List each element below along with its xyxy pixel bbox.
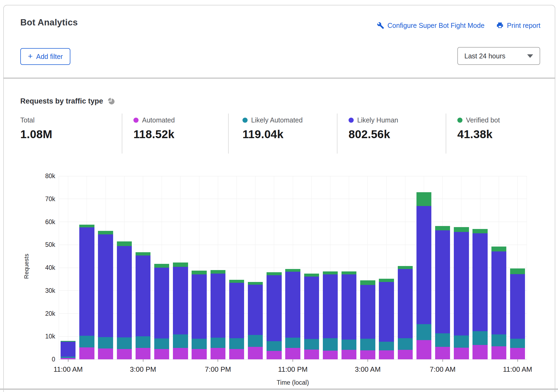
bar-segment-automated	[267, 351, 281, 359]
bar-segment-likely-automated	[117, 337, 132, 349]
bar-segment-likely-automated	[154, 338, 169, 349]
chevron-down-icon	[527, 54, 533, 58]
bar-segment-likely-automated	[323, 338, 338, 351]
bar-segment-likely-automated	[379, 342, 394, 350]
bar-segment-likely-automated	[173, 334, 188, 348]
y-tick-label: 40k	[25, 264, 55, 271]
bar-segment-likely-automated	[398, 338, 413, 350]
bar-segment-likely-automated	[342, 340, 356, 350]
bar-segment-verified-bot	[79, 225, 94, 227]
bar-segment-verified-bot	[98, 231, 113, 234]
gridline-x	[68, 176, 68, 359]
x-tick-label: 3:00 PM	[113, 365, 173, 374]
bar-segment-verified-bot	[61, 341, 76, 342]
bar-segment-verified-bot	[211, 270, 225, 274]
bar-segment-automated	[117, 349, 132, 359]
bar-segment-verified-bot	[285, 269, 300, 272]
bar-segment-verified-bot	[248, 282, 263, 285]
bar-segment-verified-bot	[154, 264, 169, 268]
add-filter-button[interactable]: + Add filter	[20, 48, 70, 65]
bar-segment-automated	[98, 348, 113, 359]
printer-icon	[496, 22, 504, 29]
bar-segment-verified-bot	[416, 192, 431, 206]
bar-segment-likely-automated	[491, 334, 506, 346]
stat-verified-bot-value: 41.38k	[457, 128, 500, 141]
stat-automated-label: Automated	[133, 116, 175, 124]
bot-analytics-card: Bot Analytics Configure Super Bot Fight …	[3, 5, 555, 392]
bar-segment-likely-human	[248, 285, 263, 335]
bar-segment-automated	[229, 349, 244, 359]
x-tick-mark	[517, 359, 518, 362]
y-tick-label: 80k	[25, 172, 55, 180]
x-tick-mark	[367, 359, 368, 362]
bar-segment-likely-automated	[229, 338, 244, 349]
bar-segment-likely-automated	[416, 324, 431, 340]
stat-likely-human-label: Likely Human	[349, 116, 398, 124]
wrench-icon	[377, 22, 384, 29]
requests-by-traffic-type-chart	[59, 176, 527, 359]
bar-segment-verified-bot	[173, 263, 188, 267]
x-tick-label: 11:00 PM	[263, 365, 323, 374]
bar-segment-verified-bot	[323, 271, 338, 274]
bar-segment-automated	[510, 348, 525, 359]
print-link-label: Print report	[507, 22, 540, 29]
bar-segment-likely-human	[510, 274, 525, 339]
bar-segment-verified-bot	[267, 272, 281, 275]
x-axis-title: Time (local)	[263, 379, 323, 386]
bar-segment-verified-bot	[304, 274, 319, 277]
x-tick-label: 11:00 AM	[488, 365, 547, 374]
bar-segment-likely-human	[211, 274, 225, 338]
bar-segment-automated	[491, 346, 506, 359]
bar-segment-likely-automated	[454, 335, 469, 348]
y-tick-label: 0	[25, 356, 55, 363]
bar-segment-likely-automated	[304, 339, 319, 349]
bar-segment-likely-human	[192, 274, 206, 338]
bar-segment-likely-automated	[136, 336, 150, 348]
bar-segment-likely-human	[472, 233, 487, 331]
bar-segment-likely-human	[379, 282, 394, 341]
x-tick-label: 7:00 PM	[188, 365, 248, 374]
bar-segment-likely-human	[173, 267, 188, 334]
bar-segment-automated	[173, 348, 188, 359]
bar-segment-likely-automated	[435, 333, 450, 347]
bar-segment-likely-human	[61, 342, 76, 357]
x-tick-label: 7:00 AM	[413, 365, 472, 374]
bar-segment-verified-bot	[472, 229, 487, 233]
plus-icon: +	[28, 52, 33, 60]
print-report-link[interactable]: Print report	[496, 22, 540, 29]
y-tick-label: 10k	[25, 333, 55, 340]
stat-likely-human-value: 802.56k	[349, 128, 398, 141]
x-tick-label: 11:00 AM	[38, 365, 98, 374]
configure-super-bot-fight-mode-link[interactable]: Configure Super Bot Fight Mode	[377, 22, 485, 29]
gridline-x	[527, 176, 527, 359]
bar-segment-likely-human	[98, 234, 113, 337]
page-title: Bot Analytics	[20, 17, 78, 28]
bar-segment-likely-automated	[267, 341, 281, 351]
bar-segment-automated	[342, 350, 356, 359]
bar-segment-verified-bot	[342, 271, 356, 274]
stat-divider	[446, 114, 446, 154]
bar-segment-likely-automated	[510, 339, 525, 348]
stat-divider	[337, 114, 337, 154]
bar-segment-likely-automated	[285, 338, 300, 348]
stat-automated: Automated 118.52k	[133, 116, 175, 141]
bar-segment-likely-human	[267, 275, 281, 341]
x-tick-mark	[68, 359, 68, 362]
bar-segment-likely-automated	[98, 337, 113, 348]
stat-total: Total 1.08M	[20, 116, 52, 141]
y-tick-label: 50k	[25, 241, 55, 248]
time-range-select[interactable]: Last 24 hours	[457, 47, 540, 65]
bar-segment-likely-automated	[248, 335, 263, 347]
verified-bot-legend-dot-icon	[457, 118, 462, 123]
automated-legend-dot-icon	[133, 118, 139, 123]
y-tick-label: 20k	[25, 310, 55, 317]
header-links: Configure Super Bot Fight Mode Print rep…	[377, 22, 540, 29]
bar-segment-likely-human	[342, 274, 356, 340]
bar-segment-likely-automated	[192, 339, 206, 349]
configure-link-label: Configure Super Bot Fight Mode	[388, 22, 485, 29]
bar-segment-automated	[360, 350, 375, 359]
bar-segment-likely-human	[398, 269, 413, 338]
bar-segment-verified-bot	[398, 266, 413, 269]
bar-segment-automated	[248, 347, 263, 359]
x-tick-mark	[143, 359, 143, 362]
